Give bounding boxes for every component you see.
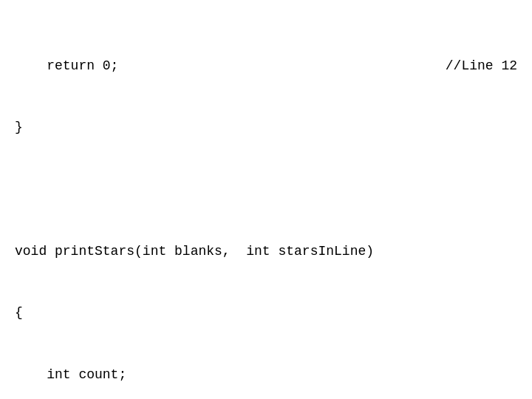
code-text-6: int count;: [15, 365, 429, 386]
comment-1: //Line 12: [429, 56, 517, 77]
code-line-6: int count;: [15, 365, 517, 386]
code-line-5: {: [15, 303, 517, 324]
code-text-2: }: [15, 117, 429, 138]
comment-6: [429, 365, 517, 386]
comment-5: [429, 303, 517, 324]
comment-4: [429, 242, 517, 262]
comment-2: [429, 117, 517, 138]
code-line-4: void printStars(int blanks, int starsInL…: [15, 242, 517, 262]
code-text-5: {: [15, 303, 429, 324]
code-container: return 0; //Line 12 } void printStars(in…: [15, 15, 517, 399]
code-text-4: void printStars(int blanks, int starsInL…: [15, 242, 429, 262]
comment-3: [429, 180, 517, 200]
code-text-1: return 0;: [15, 56, 429, 77]
code-text-3: [15, 180, 429, 200]
code-line-3: [15, 180, 517, 200]
code-line-1: return 0; //Line 12: [15, 56, 517, 77]
code-line-2: }: [15, 117, 517, 138]
